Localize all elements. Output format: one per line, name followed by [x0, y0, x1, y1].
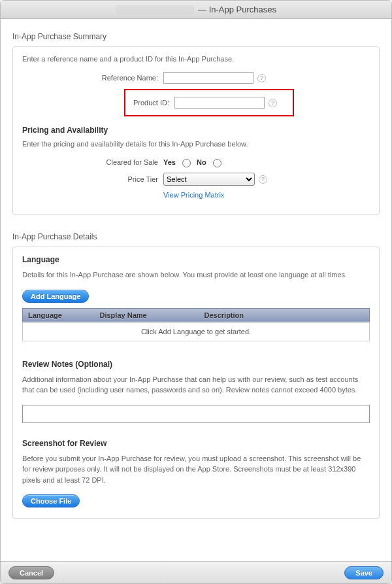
product-id-label: Product ID: [133, 99, 169, 107]
col-description: Description [199, 308, 351, 322]
col-language: Language [23, 308, 95, 322]
iap-window: — In-App Purchases In-App Purchase Summa… [0, 0, 392, 584]
screenshot-heading: Screenshot for Review [22, 439, 370, 448]
product-id-highlight: Product ID: ? [124, 89, 294, 116]
details-heading: In-App Purchase Details [12, 232, 380, 241]
save-button[interactable]: Save [344, 566, 384, 579]
choose-file-button[interactable]: Choose File [22, 494, 80, 507]
language-empty-message: Click Add Language to get started. [23, 322, 370, 341]
window-title: — In-App Purchases [198, 5, 276, 14]
language-intro: Details for this In-App Purchase are sho… [22, 269, 370, 281]
review-notes-textarea[interactable] [22, 405, 370, 423]
content-scroll[interactable]: In-App Purchase Summary Enter a referenc… [1, 19, 391, 561]
pricing-intro: Enter the pricing and availability detai… [22, 140, 370, 148]
summary-intro: Enter a reference name and a product ID … [22, 55, 370, 63]
app-name-redacted [116, 5, 194, 14]
cleared-no-label: No [197, 158, 206, 166]
review-notes-heading: Review Notes (Optional) [22, 360, 370, 369]
cleared-for-sale-row: Cleared for Sale Yes No [22, 157, 370, 167]
col-display-name: Display Name [95, 308, 199, 322]
language-table: Language Display Name Description Click … [22, 308, 370, 341]
pricing-heading: Pricing and Availability [22, 126, 370, 135]
price-tier-select[interactable]: Select [163, 173, 255, 186]
review-notes-intro: Additional information about your In-App… [22, 374, 370, 396]
screenshot-intro: Before you submit your In-App Purchase f… [22, 453, 370, 486]
help-icon[interactable]: ? [269, 99, 277, 107]
cleared-yes-radio[interactable] [182, 159, 191, 167]
price-tier-label: Price Tier [22, 175, 163, 183]
bottom-bar: Cancel Save [1, 561, 391, 583]
reference-name-input[interactable] [163, 72, 253, 84]
view-pricing-matrix-row: View Pricing Matrix [22, 191, 370, 199]
titlebar: — In-App Purchases [1, 1, 391, 19]
reference-name-label: Reference Name: [22, 74, 163, 82]
summary-panel: Enter a reference name and a product ID … [12, 46, 380, 215]
cleared-yes-label: Yes [163, 158, 176, 166]
price-tier-row: Price Tier Select ? [22, 173, 370, 186]
reference-name-row: Reference Name: ? [22, 72, 370, 84]
help-icon[interactable]: ? [257, 74, 266, 82]
cleared-no-radio[interactable] [213, 159, 221, 167]
cancel-button[interactable]: Cancel [8, 566, 54, 579]
product-id-input[interactable] [174, 97, 265, 109]
summary-heading: In-App Purchase Summary [12, 32, 380, 41]
add-language-button[interactable]: Add Language [22, 290, 89, 303]
col-actions [351, 308, 370, 322]
language-heading: Language [22, 255, 370, 264]
details-panel: Language Details for this In-App Purchas… [12, 247, 380, 519]
help-icon[interactable]: ? [259, 175, 267, 184]
view-pricing-matrix-link[interactable]: View Pricing Matrix [163, 191, 224, 199]
cleared-for-sale-label: Cleared for Sale [22, 158, 163, 166]
